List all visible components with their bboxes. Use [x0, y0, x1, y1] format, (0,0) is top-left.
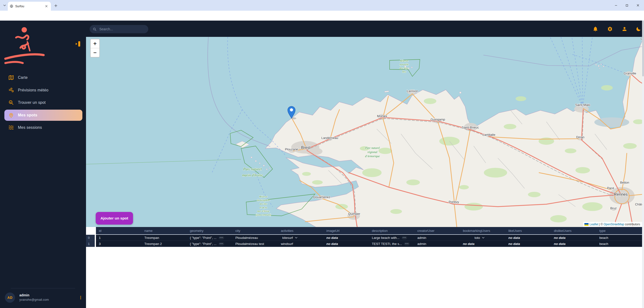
sidebar-collapse-icon[interactable] — [74, 40, 82, 48]
search-input[interactable] — [99, 27, 144, 31]
cell-geometry[interactable]: { "type": "Point", ...••• — [187, 235, 232, 241]
cell-value: 3 — [99, 242, 101, 246]
sidebar-item-previsions-meteo[interactable]: Prévisions météo — [4, 85, 82, 95]
map-label-park: Réservede biosphèredes îleset de lamer d… — [256, 195, 271, 216]
cell-value: no data — [554, 242, 566, 246]
cell-bookmarkingUsers[interactable]: toto — [460, 235, 506, 241]
zoom-in-button[interactable]: + — [90, 39, 99, 48]
map-attribution: Leaflet | © OpenStreetMap contributors — [583, 222, 642, 227]
cell-description[interactable]: Large beach with...••• — [369, 235, 414, 241]
cell-value: no data — [326, 242, 338, 246]
attribution-separator: | © — [598, 223, 604, 226]
column-header-bookmarkingUsers[interactable]: bookmarkingUsers — [460, 227, 506, 234]
sidebar-item-mes-spots[interactable]: Mes spots — [4, 110, 82, 121]
table-row[interactable]: 3Treompan 2{ "type": "Point", ...•••Plou… — [96, 241, 642, 247]
row-index: 1 — [86, 241, 95, 247]
column-header-activities[interactable]: activities — [278, 227, 324, 234]
cell-id: 3 — [96, 241, 142, 247]
profile-user-icon[interactable] — [622, 26, 627, 32]
spotsearch-icon — [8, 100, 14, 106]
expand-more-button[interactable]: ••• — [404, 242, 410, 245]
new-tab-icon[interactable] — [53, 3, 59, 9]
expand-more-button[interactable]: ••• — [402, 236, 407, 239]
sidebar-item-carte[interactable]: Carte — [4, 73, 82, 83]
sidebar-item-label: Mes sessions — [18, 125, 42, 130]
column-header-creatorUser[interactable]: creatorUser — [414, 227, 460, 234]
map-label-city: Saint-Malo — [575, 103, 590, 107]
map-label-city: Quimper — [348, 212, 360, 216]
column-header-city[interactable]: city — [232, 227, 278, 234]
cell-id: 1 — [96, 235, 142, 241]
cell-value: no data — [508, 236, 520, 240]
column-header-likeUsers[interactable]: likeUsers — [506, 227, 551, 234]
cell-value: beach — [600, 236, 608, 240]
user-menu-kebab-icon[interactable] — [78, 294, 84, 301]
column-header-type[interactable]: type — [596, 227, 642, 234]
openstreetmap-link[interactable]: OpenStreetMap — [604, 223, 624, 226]
notifications-bell-icon[interactable] — [592, 26, 598, 32]
map-label-city: Dinan — [576, 135, 584, 139]
cell-activities[interactable]: kitesurf — [278, 235, 324, 241]
ukraine-flag-icon — [584, 223, 588, 226]
content-background — [86, 247, 642, 308]
scrollbar-thumb[interactable] — [642, 21, 644, 76]
column-header-name[interactable]: name — [142, 227, 187, 234]
leaflet-link[interactable]: Leaflet — [590, 223, 598, 226]
cell-description[interactable]: TEST TESTI, the s...••• — [369, 241, 414, 247]
cell-value: beach — [600, 242, 608, 246]
dark-mode-moon-icon[interactable] — [636, 26, 641, 32]
sidebar: CartePrévisions météoTrouver un spotMes … — [0, 21, 86, 308]
attribution-suffix: contributors — [624, 223, 640, 226]
sidebar-item-trouver-un-spot[interactable]: Trouver un spot — [4, 98, 82, 107]
cell-creatorUser: admin — [414, 241, 460, 247]
chevron-down-icon[interactable] — [295, 237, 298, 239]
map-canvas: Parc naturelmarin d'IroiseParc naturelré… — [86, 37, 642, 227]
wind-icon — [8, 87, 14, 93]
column-header-id[interactable]: id — [96, 227, 142, 234]
avatar[interactable]: AD — [5, 292, 15, 303]
zoom-out-button[interactable]: − — [90, 48, 99, 57]
pin-icon — [8, 112, 14, 118]
sidebar-item-mes-sessions[interactable]: Mes sessions — [4, 123, 82, 132]
cell-value: Ploudalmézeau test — [235, 242, 264, 246]
column-header-geometry[interactable]: geometry — [187, 227, 232, 234]
tab-close-icon[interactable] — [44, 4, 49, 9]
cell-name: Treompan — [142, 235, 187, 241]
chevron-down-icon[interactable] — [482, 237, 484, 239]
cell-geometry[interactable]: { "type": "Point", ...••• — [187, 241, 232, 247]
column-header-dislikeUsers[interactable]: dislikeUsers — [551, 227, 596, 234]
column-header-description[interactable]: description — [369, 227, 414, 234]
map-icon — [8, 75, 14, 81]
surfou-logo — [4, 24, 57, 67]
cell-value: admin — [418, 236, 426, 240]
add-spot-button[interactable]: Ajouter un spot — [96, 212, 133, 225]
map-label-city: Plouzané — [285, 147, 298, 151]
browser-tab[interactable]: Surfou — [8, 2, 51, 11]
leaflet-map[interactable]: Parc naturelmarin d'IroiseParc naturelré… — [86, 37, 642, 227]
cell-value: 1 — [99, 236, 101, 240]
settings-gear-icon[interactable] — [607, 26, 613, 32]
screen: Surfou lo — [0, 0, 644, 308]
cell-value: toto — [474, 236, 480, 240]
column-header-imageUrl[interactable]: imageUrl — [324, 227, 369, 234]
map-label-city: Rennes — [614, 192, 628, 196]
cell-dislikeUsers: no data — [551, 235, 596, 241]
map-label-city: Saint-Brieuc — [462, 126, 479, 129]
window-minimize-button[interactable] — [610, 0, 622, 11]
expand-more-button[interactable]: ••• — [219, 242, 224, 245]
cell-value: no data — [463, 242, 474, 246]
table-row[interactable]: 1Treompan{ "type": "Point", ...•••Plouda… — [96, 235, 642, 241]
expand-more-button[interactable]: ••• — [219, 236, 224, 239]
window-maximize-button[interactable] — [621, 0, 632, 11]
cell-city: Ploudalmézeau — [232, 235, 278, 241]
map-label-city: Bruz — [610, 206, 617, 210]
cell-value: no data — [326, 236, 338, 240]
sidebar-item-label: Prévisions météo — [18, 88, 48, 92]
search-icon — [92, 27, 97, 31]
tab-title: Surfou — [15, 5, 44, 8]
map-zoom-control: + − — [90, 39, 100, 58]
window-close-button[interactable] — [632, 0, 644, 11]
search-bar[interactable] — [90, 25, 148, 33]
cell-bookmarkingUsers: no data — [460, 241, 506, 247]
tab-search-chevron-icon[interactable] — [2, 2, 8, 9]
